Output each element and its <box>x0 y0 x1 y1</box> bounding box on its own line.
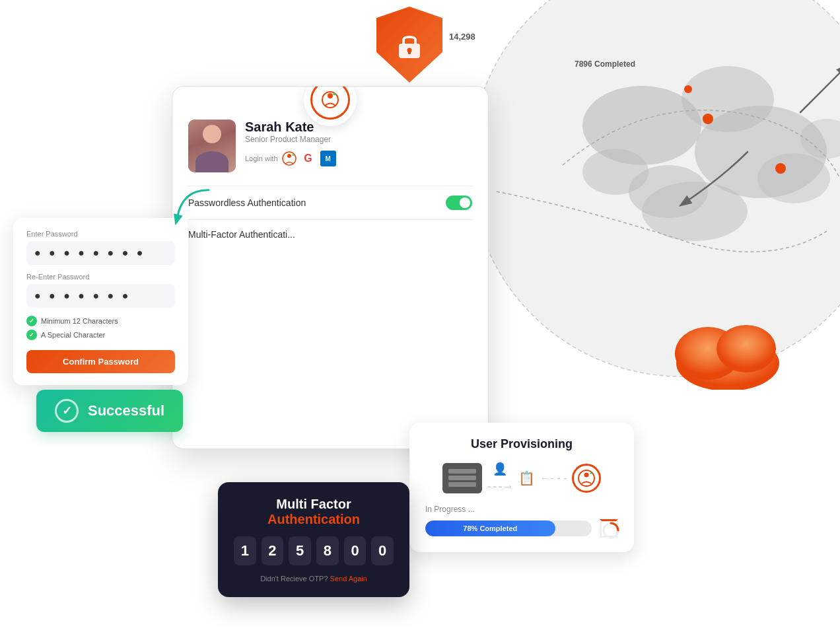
otp-digit-1[interactable]: 1 <box>234 536 256 565</box>
main-screen-card: Sarah Kate Senior Product Manager Login … <box>172 86 489 449</box>
progress-row: 78% Completed <box>425 519 618 538</box>
back-arrow: ←- - - <box>540 472 567 484</box>
confirm-password-button[interactable]: Confirm Password <box>26 350 175 373</box>
provisioning-logo <box>572 464 601 493</box>
reenter-password-label: Re-Enter Password <box>26 273 175 281</box>
stat-label-3: 7896 Completed <box>575 59 635 69</box>
mfa-subtitle: Authentication <box>234 512 394 527</box>
validation-text-2: A Special Character <box>41 331 105 339</box>
check-icon-2 <box>26 330 37 340</box>
svg-rect-21 <box>408 50 411 54</box>
login-with-row: Login with G M <box>245 151 336 166</box>
shield-icon <box>376 7 442 83</box>
provisioning-flow: 👤 - - -→ 📋 ←- - - <box>425 462 618 494</box>
profile-info: Sarah Kate Senior Product Manager Login … <box>245 120 336 166</box>
microsoft-icon[interactable]: M <box>320 151 336 166</box>
document-icon: 📋 <box>518 470 535 486</box>
loading-spinner <box>600 519 618 538</box>
svg-point-12 <box>684 85 692 93</box>
otp-digit-3[interactable]: 5 <box>289 536 311 565</box>
check-icon-1 <box>26 316 37 326</box>
svg-point-28 <box>584 472 589 477</box>
google-icon[interactable]: G <box>300 151 316 166</box>
progress-label: 78% Completed <box>463 524 517 532</box>
svg-marker-22 <box>171 213 183 227</box>
otp-digits: 1 2 5 8 0 0 <box>234 536 394 565</box>
svg-point-11 <box>775 163 786 174</box>
auth-rows: Passwordless Authentication Multi-Factor… <box>172 186 488 249</box>
progress-bar: 78% Completed <box>425 520 592 536</box>
otp-digit-4[interactable]: 8 <box>316 536 339 565</box>
cloud-right <box>668 310 787 392</box>
svg-point-8 <box>757 153 830 203</box>
profile-title: Senior Product Manager <box>245 135 336 144</box>
login-with-label: Login with <box>245 155 278 162</box>
provisioning-card: User Provisioning 👤 - - -→ 📋 ←- - - <box>409 423 634 552</box>
svg-point-24 <box>328 93 333 98</box>
resend-text: Didn't Recieve OTP? Send Again <box>234 575 394 583</box>
svg-point-7 <box>642 182 748 241</box>
passwordless-toggle[interactable] <box>446 196 472 210</box>
otp-digit-5[interactable]: 0 <box>344 536 367 565</box>
password-card: Enter Password ● ● ● ● ● ● ● ● Re-Enter … <box>13 218 188 385</box>
validation-row-2: A Special Character <box>26 330 175 340</box>
enter-password-input[interactable]: ● ● ● ● ● ● ● ● <box>26 241 175 265</box>
send-again-link[interactable]: Send Again <box>330 575 367 583</box>
mfa-card: Multi Factor Authentication 1 2 5 8 0 0 … <box>218 482 409 597</box>
server-icon <box>442 463 482 493</box>
flow-arrow-user: 👤 - - -→ <box>487 462 513 494</box>
svg-point-6 <box>582 149 648 195</box>
svg-point-26 <box>287 154 291 158</box>
reenter-password-input[interactable]: ● ● ● ● ● ● ● <box>26 284 175 308</box>
avatar <box>188 120 236 172</box>
success-badge: Successful <box>36 390 183 432</box>
validation-text-1: Minimum 12 Characters <box>41 317 118 325</box>
success-text: Successful <box>88 402 164 419</box>
stat-label-1: 14,298 <box>449 32 475 42</box>
otp-digit-2[interactable]: 2 <box>262 536 284 565</box>
svg-point-18 <box>717 325 776 373</box>
brand-logo-icon <box>282 151 297 166</box>
logo-inner <box>310 86 350 120</box>
mfa-title: Multi Factor <box>234 497 394 512</box>
progress-fill: 78% Completed <box>425 520 555 536</box>
otp-digit-6[interactable]: 0 <box>371 536 394 565</box>
svg-point-10 <box>703 114 713 124</box>
enter-password-label: Enter Password <box>26 230 175 238</box>
passwordless-row: Passwordless Authentication <box>188 186 472 219</box>
mfa-row: Multi-Factor Authenticati... <box>188 219 472 249</box>
validation-row-1: Minimum 12 Characters <box>26 316 175 326</box>
success-check-icon <box>55 399 79 423</box>
resend-label: Didn't Recieve OTP? <box>260 575 328 583</box>
provisioning-status: In Progress ... <box>425 505 618 514</box>
provisioning-title: User Provisioning <box>425 437 618 451</box>
